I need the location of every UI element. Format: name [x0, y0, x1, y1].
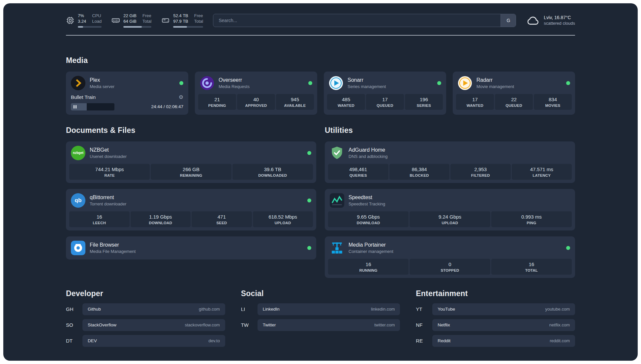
bookmark-github[interactable]: GH Github github.com: [66, 303, 225, 315]
weather-location: Lviv, 16.87°C: [544, 15, 575, 20]
service-name: NZBGet: [90, 147, 127, 153]
service-card-nzbget[interactable]: nzbget NZBGet Usenet downloader 744.21 M…: [66, 141, 316, 183]
bookmark-name: YouTube: [438, 307, 455, 312]
bookmark-group-social: Social LI LinkedIn linkedin.com TW Twitt…: [241, 289, 400, 347]
service-desc: Media Requests: [219, 84, 250, 89]
service-desc: Media server: [90, 84, 114, 89]
service-card-plex[interactable]: Plex Media server Bullet Train ⚙: [66, 72, 188, 115]
service-card-filebrowser[interactable]: File Browser Media File Management: [66, 236, 316, 259]
service-desc: Series management: [348, 84, 386, 89]
cpu-label-bottom: Load: [92, 19, 102, 24]
bookmark-abbr: GH: [66, 306, 78, 312]
service-name: qBittorrent: [90, 195, 126, 200]
cpu-usage: 7%: [78, 13, 86, 18]
status-dot: [307, 151, 311, 155]
status-dot: [566, 81, 570, 85]
social-section-title: Social: [241, 289, 400, 298]
section-media: Media Plex Media server: [66, 56, 575, 115]
memory-progress-track: [123, 26, 151, 28]
bookmark-linkedin[interactable]: LI LinkedIn linkedin.com: [241, 303, 400, 315]
disk-label-top: Free: [194, 13, 203, 18]
service-name: Sonarr: [348, 77, 386, 83]
plex-now-playing: Bullet Train ⚙ 24:44 / 02:06:47: [69, 94, 185, 111]
bookmark-netflix[interactable]: NF Netflix netflix.com: [416, 319, 575, 331]
bookmark-domain: stackoverflow.com: [185, 322, 220, 327]
search-box: G: [213, 14, 516, 27]
service-card-portainer[interactable]: Media Portainer Container management 16 …: [325, 236, 575, 278]
stat-tile: 39.6 TB DOWNLOADED: [232, 164, 313, 180]
search-provider-button[interactable]: G: [501, 14, 516, 27]
bookmark-twitter[interactable]: TW Twitter twitter.com: [241, 319, 400, 331]
stat-tile: 21 PENDING: [198, 94, 236, 110]
plex-icon: [71, 76, 85, 90]
service-name: Radarr: [476, 77, 514, 83]
service-desc: Container management: [349, 249, 393, 254]
memory-progress-fill: [123, 26, 142, 28]
service-desc: Media File Management: [90, 249, 136, 254]
stat-tile: 9.24 Gbps UPLOAD: [410, 211, 490, 227]
gear-icon[interactable]: ⚙: [179, 94, 183, 100]
portainer-icon: [330, 241, 344, 255]
stat-tile: 834 MOVIES: [534, 94, 572, 110]
cpu-widget: 7% CPU 3.24 Load: [66, 13, 102, 28]
bookmark-dev[interactable]: DT DEV dev.to: [66, 335, 225, 347]
cloud-icon: [526, 14, 540, 27]
bookmark-domain: youtube.com: [545, 307, 570, 312]
service-desc: Usenet downloader: [90, 154, 127, 159]
service-card-sonarr[interactable]: Sonarr Series management 485 WANTED 17 Q…: [324, 72, 446, 115]
entertainment-section-title: Entertainment: [416, 289, 575, 298]
top-bar: 7% CPU 3.24 Load: [66, 13, 575, 28]
service-card-speedtest[interactable]: Speedtest Speedtest Tracking 9.65 Gbps D…: [325, 189, 575, 230]
adguard-icon: [330, 146, 344, 160]
nzbget-icon: nzbget: [71, 146, 85, 160]
bookmark-abbr: SO: [66, 322, 78, 328]
bookmark-reddit[interactable]: RE Reddit reddit.com: [416, 335, 575, 347]
status-dot: [308, 81, 312, 85]
pause-icon[interactable]: [74, 105, 76, 108]
speedtest-icon: [330, 193, 344, 208]
bookmark-domain: dev.to: [208, 338, 220, 343]
bookmark-name: Twitter: [263, 322, 276, 327]
stat-tile: 1.19 Gbps DOWNLOAD: [131, 211, 191, 227]
bookmark-group-entertainment: Entertainment YT YouTube youtube.com NF …: [416, 289, 575, 347]
stat-tile: 17 WANTED: [456, 94, 494, 110]
service-card-qbittorrent[interactable]: qb qBittorrent Torrent downloader 16 LEE…: [66, 189, 316, 230]
service-card-overseerr[interactable]: Overseerr Media Requests 21 PENDING 40 A…: [195, 72, 317, 115]
stat-tile: 16 TOTAL: [491, 259, 572, 275]
disk-widget: 52.4 TB Free 97.9 TB Total: [161, 13, 203, 28]
disk-progress-fill: [173, 26, 187, 28]
status-dot: [179, 81, 183, 85]
status-dot: [437, 81, 441, 85]
bookmark-domain: reddit.com: [550, 338, 570, 343]
status-dot: [566, 246, 570, 250]
media-section-title: Media: [66, 56, 575, 65]
bookmark-abbr: NF: [416, 322, 428, 328]
dashboard-panel: 7% CPU 3.24 Load: [3, 3, 638, 361]
resource-widgets: 7% CPU 3.24 Load: [66, 13, 203, 28]
search-input[interactable]: [213, 14, 501, 27]
stat-tile: 9.65 Gbps DOWNLOAD: [328, 211, 409, 227]
memory-icon: [111, 16, 120, 25]
playback-time: 24:44 / 02:06:47: [151, 104, 183, 109]
stat-tile: 22 QUEUED: [495, 94, 533, 110]
weather-condition: scattered clouds: [544, 21, 575, 26]
service-card-radarr[interactable]: Radarr Movie management 17 WANTED 22 QUE…: [453, 72, 575, 115]
stat-tile: 0 STOPPED: [410, 259, 490, 275]
bookmark-abbr: RE: [416, 338, 428, 344]
stat-tile: 16 RUNNING: [328, 259, 409, 275]
bookmark-stackoverflow[interactable]: SO StackOverflow stackoverflow.com: [66, 319, 225, 331]
service-desc: DNS and adblocking: [349, 154, 388, 159]
service-desc: Movie management: [476, 84, 514, 89]
service-card-adguard[interactable]: AdGuard Home DNS and adblocking 498,461 …: [325, 141, 575, 183]
cpu-progress-track: [78, 26, 102, 28]
playback-progress-bar[interactable]: [71, 103, 114, 110]
bookmark-youtube[interactable]: YT YouTube youtube.com: [416, 303, 575, 315]
service-name: Plex: [90, 77, 114, 83]
bookmark-abbr: DT: [66, 338, 78, 344]
disk-progress-track: [173, 26, 203, 28]
bookmark-abbr: YT: [416, 306, 428, 312]
service-desc: Speedtest Tracking: [349, 201, 385, 206]
stat-tile: 266 GB REMAINING: [151, 164, 231, 180]
stat-tile: 47.571 ms LATENCY: [512, 164, 572, 180]
stat-tile: 471 SEED: [192, 211, 252, 227]
